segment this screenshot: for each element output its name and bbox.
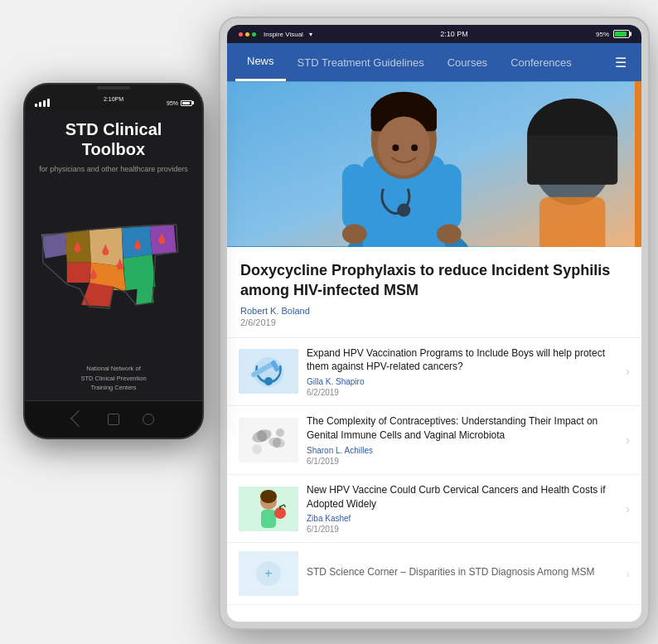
main-article-author: Robert K. Boland bbox=[240, 306, 628, 316]
phone-app-subtitle: for physicians and other healthcare prov… bbox=[39, 164, 188, 175]
tablet-carrier: Inspire Visual bbox=[264, 31, 303, 38]
usa-map bbox=[33, 188, 194, 353]
dot-red bbox=[239, 32, 243, 36]
tablet-battery-icon bbox=[613, 30, 630, 38]
nav-tab-std-guidelines[interactable]: STD Treatment Guidelines bbox=[286, 43, 436, 81]
news-author-1: Gilla K. Shapiro bbox=[307, 377, 617, 386]
news-thumb-3 bbox=[239, 487, 298, 531]
news-text-1: Expand HPV Vaccination Programs to Inclu… bbox=[307, 346, 617, 398]
svg-point-43 bbox=[264, 377, 273, 385]
news-date-2: 6/1/2019 bbox=[307, 457, 617, 466]
tablet-status-left: Inspire Visual ▾ bbox=[239, 31, 312, 38]
news-title-1: Expand HPV Vaccination Programs to Inclu… bbox=[307, 346, 617, 375]
phone-footer: National Network of STD Clinical Prevent… bbox=[80, 364, 146, 392]
svg-point-30 bbox=[392, 144, 399, 151]
tablet-wifi-icon: ▾ bbox=[309, 31, 312, 38]
news-thumb-2 bbox=[239, 418, 298, 462]
news-text-2: The Complexity of Contraceptives: Unders… bbox=[307, 414, 617, 466]
hamburger-menu-button[interactable]: ☰ bbox=[608, 55, 633, 70]
svg-marker-1 bbox=[41, 232, 67, 258]
phone-app-content: STD Clinical Toolbox for physicians and … bbox=[25, 111, 202, 400]
dot-green bbox=[252, 32, 256, 36]
news-text-3: New HPV Vaccine Could Curb Cervical Canc… bbox=[307, 483, 617, 535]
tablet-time: 2:10 PM bbox=[440, 30, 468, 38]
phone-nav-bar bbox=[25, 400, 202, 438]
phone-back-button[interactable] bbox=[70, 410, 87, 427]
tablet-screen: Inspire Visual ▾ 2:10 PM 95% News STD Tr… bbox=[227, 25, 641, 622]
chevron-icon-1: › bbox=[626, 365, 630, 378]
news-date-3: 6/1/2019 bbox=[307, 525, 617, 534]
svg-marker-3 bbox=[67, 262, 91, 282]
orange-accent-bar bbox=[635, 81, 641, 247]
svg-rect-39 bbox=[527, 135, 617, 185]
news-date-1: 6/2/2019 bbox=[307, 388, 617, 397]
tablet-status-right: 95% bbox=[596, 30, 630, 38]
phone-app-title: STD Clinical Toolbox bbox=[33, 119, 194, 159]
chevron-icon-4: › bbox=[626, 567, 630, 580]
main-article-title: Doxycycline Prophylaxis to reduce Incide… bbox=[240, 260, 628, 301]
phone-battery-icon bbox=[181, 100, 192, 106]
phone-status-right: 95% bbox=[167, 100, 192, 106]
phone-device: 95% 2:10PM STD Clinical Toolbox for phys… bbox=[23, 83, 204, 439]
svg-point-29 bbox=[378, 116, 430, 175]
svg-rect-56 bbox=[261, 510, 276, 528]
tablet-device: Inspire Visual ▾ 2:10 PM 95% News STD Tr… bbox=[219, 17, 650, 630]
phone-home-button[interactable] bbox=[108, 414, 119, 425]
dot-yellow bbox=[245, 32, 249, 36]
news-item-4[interactable]: + STD Science Corner – Disparities in ST… bbox=[227, 543, 641, 605]
news-thumb-1 bbox=[239, 349, 298, 394]
news-title-2: The Complexity of Contraceptives: Unders… bbox=[307, 414, 617, 443]
tablet-hero-image bbox=[227, 81, 641, 247]
phone-battery-pct: 95% bbox=[167, 100, 178, 106]
signal-icon bbox=[35, 99, 50, 107]
tablet-battery-pct: 95% bbox=[596, 31, 609, 38]
main-article-date: 2/6/2019 bbox=[240, 317, 628, 327]
svg-rect-46 bbox=[239, 418, 298, 462]
main-article[interactable]: Doxycycline Prophylaxis to reduce Incide… bbox=[227, 247, 641, 338]
svg-point-35 bbox=[342, 224, 367, 244]
news-thumb-4: + bbox=[239, 551, 298, 596]
phone-recents-button[interactable] bbox=[143, 414, 154, 425]
news-list: Expand HPV Vaccination Programs to Inclu… bbox=[227, 338, 641, 606]
svg-text:+: + bbox=[264, 566, 272, 580]
nav-tab-news[interactable]: News bbox=[235, 43, 286, 81]
phone-status-bar: 95% bbox=[25, 96, 202, 109]
news-text-4: STD Science Corner – Disparities in STD … bbox=[307, 565, 617, 583]
scene: 95% 2:10PM STD Clinical Toolbox for phys… bbox=[0, 0, 658, 644]
news-title-3: New HPV Vaccine Could Curb Cervical Canc… bbox=[307, 483, 617, 511]
svg-rect-34 bbox=[437, 164, 462, 230]
svg-point-55 bbox=[260, 490, 277, 503]
phone-speaker bbox=[97, 86, 130, 90]
chevron-icon-2: › bbox=[626, 433, 630, 447]
news-title-4: STD Science Corner – Disparities in STD … bbox=[307, 565, 617, 579]
news-item-2[interactable]: The Complexity of Contraceptives: Unders… bbox=[227, 406, 641, 475]
nav-tab-courses[interactable]: Courses bbox=[436, 43, 499, 81]
svg-point-52 bbox=[276, 429, 284, 437]
svg-point-36 bbox=[437, 224, 462, 244]
hero-svg bbox=[227, 81, 641, 247]
news-item-1[interactable]: Expand HPV Vaccination Programs to Inclu… bbox=[227, 338, 641, 407]
svg-point-51 bbox=[252, 444, 262, 454]
svg-rect-40 bbox=[539, 197, 605, 247]
svg-point-32 bbox=[397, 204, 410, 217]
chevron-icon-3: › bbox=[626, 502, 630, 516]
svg-rect-33 bbox=[342, 164, 367, 230]
tablet-status-bar: Inspire Visual ▾ 2:10 PM 95% bbox=[227, 25, 641, 43]
news-author-3: Ziba Kashef bbox=[307, 514, 617, 523]
news-author-2: Sharon L. Achilles bbox=[307, 446, 617, 455]
nav-tab-conferences[interactable]: Conferences bbox=[499, 43, 583, 81]
svg-point-31 bbox=[411, 144, 418, 151]
svg-rect-58 bbox=[279, 506, 281, 510]
tablet-nav: News STD Treatment Guidelines Courses Co… bbox=[227, 43, 641, 81]
news-item-3[interactable]: New HPV Vaccine Could Curb Cervical Canc… bbox=[227, 475, 641, 544]
svg-marker-10 bbox=[136, 281, 153, 305]
